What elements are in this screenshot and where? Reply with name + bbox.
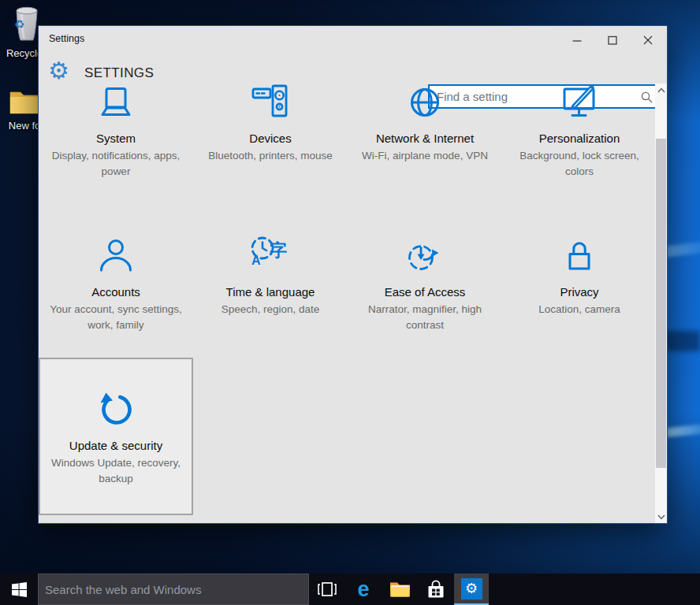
minimize-icon xyxy=(572,35,583,46)
edge-icon: e xyxy=(357,579,369,600)
tile-system[interactable]: System Display, notifications, apps, pow… xyxy=(39,50,193,208)
recycle-symbol-icon: ♻ xyxy=(14,17,24,32)
taskbar-searchbox[interactable] xyxy=(38,573,309,605)
tile-title: System xyxy=(96,132,136,146)
store-icon xyxy=(426,579,446,599)
devices-icon xyxy=(251,84,289,121)
store-button[interactable] xyxy=(418,573,454,605)
letter-a-glyph: A xyxy=(251,254,261,268)
clock-language-icon: A 字 xyxy=(251,237,289,275)
window-title: Settings xyxy=(49,33,84,44)
minimize-button[interactable] xyxy=(564,29,590,51)
person-icon xyxy=(97,237,135,275)
settings-app-tile: ⚙ xyxy=(461,578,482,599)
tile-title: Network & Internet xyxy=(376,132,474,146)
tile-update-security[interactable]: Update & security Windows Update, recove… xyxy=(39,358,193,515)
task-view-icon xyxy=(315,581,339,598)
tile-personalization[interactable]: Personalization Background, lock screen,… xyxy=(502,50,657,208)
scrollbar-thumb[interactable] xyxy=(656,139,666,468)
tile-network-internet[interactable]: Network & Internet Wi-Fi, airplane mode,… xyxy=(348,50,502,208)
edge-button[interactable]: e xyxy=(345,573,382,605)
folder-icon xyxy=(9,88,40,115)
tile-title: Privacy xyxy=(560,285,598,299)
tile-title: Devices xyxy=(249,132,291,146)
file-explorer-icon xyxy=(389,581,411,598)
scroll-up-button[interactable] xyxy=(655,84,667,96)
start-button[interactable] xyxy=(0,573,38,605)
close-button[interactable] xyxy=(635,29,661,51)
taskbar: e ⚙ xyxy=(0,573,700,605)
tile-subtitle: Location, camera xyxy=(538,302,620,317)
tile-time-language[interactable]: A 字 Time & language Speech, region, date xyxy=(193,204,348,362)
tile-ease-of-access[interactable]: Ease of Access Narrator, magnifier, high… xyxy=(348,204,502,362)
tile-privacy[interactable]: Privacy Location, camera xyxy=(502,204,657,362)
scrollbar[interactable] xyxy=(655,84,667,523)
tile-subtitle: Background, lock screen, colors xyxy=(512,148,647,180)
tile-accounts[interactable]: Accounts Your account, sync settings, wo… xyxy=(39,204,193,362)
tile-title: Personalization xyxy=(539,132,620,146)
refresh-icon xyxy=(96,389,136,429)
tile-subtitle: Display, notifications, apps, power xyxy=(48,148,184,180)
tile-subtitle: Narrator, magnifier, high contrast xyxy=(357,302,493,333)
tile-subtitle: Windows Update, recovery, backup xyxy=(48,455,184,487)
maximize-icon xyxy=(607,35,618,46)
file-explorer-button[interactable] xyxy=(382,573,418,605)
tile-title: Ease of Access xyxy=(385,285,466,299)
lock-icon xyxy=(560,237,598,275)
tile-subtitle: Wi-Fi, airplane mode, VPN xyxy=(362,148,488,164)
taskbar-search-input[interactable] xyxy=(39,574,308,604)
chevron-up-icon xyxy=(657,87,665,93)
windows-logo-icon xyxy=(12,582,27,597)
monitor-pen-icon xyxy=(560,84,598,121)
scroll-down-button[interactable] xyxy=(655,510,667,523)
close-icon xyxy=(642,35,653,46)
globe-icon xyxy=(406,84,444,121)
settings-window: Settings ⚙ SETTINGS xyxy=(38,25,668,524)
tile-title: Time & language xyxy=(226,285,315,299)
tile-subtitle: Bluetooth, printers, mouse xyxy=(208,148,333,164)
maximize-button[interactable] xyxy=(599,29,626,51)
task-view-button[interactable] xyxy=(309,573,345,605)
chevron-down-icon xyxy=(657,514,665,520)
cjk-glyph: 字 xyxy=(270,239,287,262)
tile-title: Accounts xyxy=(91,285,140,299)
tile-subtitle: Speech, region, date xyxy=(222,302,320,317)
settings-taskbar-button[interactable]: ⚙ xyxy=(454,573,489,605)
gear-icon: ⚙ xyxy=(465,581,478,596)
laptop-icon xyxy=(97,84,135,121)
tile-title: Update & security xyxy=(69,439,162,453)
ease-of-access-icon xyxy=(406,237,444,275)
tile-devices[interactable]: Devices Bluetooth, printers, mouse xyxy=(193,50,348,208)
tile-subtitle: Your account, sync settings, work, famil… xyxy=(48,302,184,333)
